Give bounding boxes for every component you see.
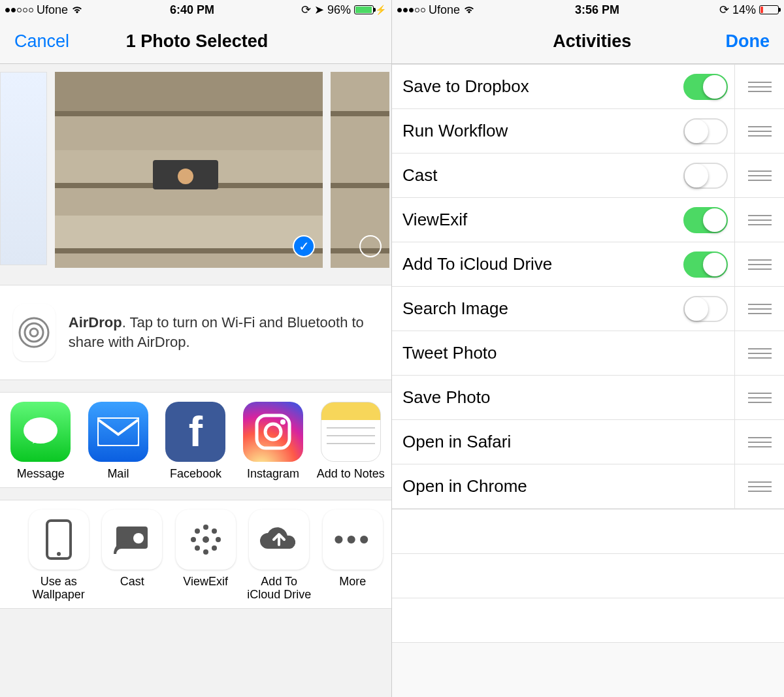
activity-row[interactable]: Save Photo [392,376,784,420]
carrier-label: Ufone [37,3,68,17]
activity-toggle[interactable] [683,74,728,100]
share-apps-row[interactable]: MessageMailfFacebookInstagramAdd to Note… [0,392,391,488]
cast-icon [102,510,162,570]
svg-point-24 [133,533,144,543]
action-label: ViewExif [183,575,228,589]
more-icon: ••• [323,510,383,570]
svg-rect-11 [331,183,389,188]
nav-bar-right: Activities Done [392,20,784,64]
activity-row[interactable]: ViewExif [392,198,784,242]
wallpaper-icon [29,510,89,570]
share-app-label: Message [17,467,65,481]
activity-row[interactable]: Tweet Photo [392,331,784,376]
svg-point-22 [57,552,61,556]
signal-dots [397,8,425,12]
share-app-instagram[interactable]: Instagram [239,402,308,481]
activity-name: Open in Safari [402,432,734,452]
drag-handle-icon[interactable] [734,464,784,508]
activity-toggle[interactable] [683,251,728,278]
mail-icon [88,402,148,462]
activity-row[interactable]: Open in Safari [392,420,784,464]
photo-strip[interactable]: ✓ [0,64,391,273]
svg-point-32 [195,545,200,551]
signal-dots [5,8,33,12]
svg-rect-2 [55,111,323,116]
facebook-icon: f [165,402,225,462]
svg-rect-6 [55,248,323,253]
notes-icon [321,402,381,462]
svg-point-26 [203,525,208,530]
unselected-check-icon [359,235,382,257]
share-app-message[interactable]: Message [7,402,75,481]
svg-point-28 [191,537,196,542]
activity-row[interactable]: Search Image [392,287,784,331]
status-time: 6:40 PM [170,3,214,17]
share-app-facebook[interactable]: fFacebook [161,402,230,481]
activity-name: Search Image [402,299,683,319]
selected-check-icon: ✓ [293,235,315,257]
icloud-icon [249,510,309,570]
share-app-label: Instagram [247,467,299,481]
share-app-notes[interactable]: Add to Notes [316,402,385,481]
drag-handle-icon[interactable] [734,65,784,108]
drag-handle-icon[interactable] [734,242,784,286]
action-wallpaper[interactable]: Use as Wallpaper [26,510,91,602]
battery-pct: 14% [732,3,756,17]
activity-row[interactable]: Open in Chrome [392,464,784,509]
share-app-label: Mail [107,467,129,481]
wifi-icon [463,5,475,14]
drag-handle-icon[interactable] [734,198,784,242]
battery-pct: 96% [327,3,351,17]
carrier-label: Ufone [429,3,460,17]
done-button[interactable]: Done [726,31,770,52]
orientation-lock-icon: ⟳ [301,3,311,17]
action-viewexif[interactable]: ViewExif [173,510,238,602]
action-label: Cast [120,575,144,589]
activity-name: Open in Chrome [402,476,734,496]
svg-rect-17 [97,417,139,446]
viewexif-icon [176,510,236,570]
action-cast[interactable]: Cast [100,510,165,602]
location-icon: ➤ [314,3,324,17]
svg-rect-5 [55,216,323,248]
activity-toggle[interactable] [683,118,728,144]
activity-row[interactable]: Cast [392,154,784,198]
activity-row[interactable]: Save to Dropbox [392,65,784,109]
drag-handle-icon[interactable] [734,287,784,331]
action-icloud[interactable]: Add To iCloud Drive [247,510,312,602]
action-label: Use as Wallpaper [26,575,91,602]
svg-point-33 [212,545,217,551]
activities-list: Save to DropboxRun WorkflowCastViewExifA… [392,64,784,509]
drag-handle-icon[interactable] [734,331,784,375]
svg-rect-1 [55,72,323,111]
battery-icon [354,5,374,14]
activities-blank [392,509,784,643]
photo-thumb-selected[interactable]: ✓ [55,72,323,265]
status-bar-left: Ufone 6:40 PM ⟳ ➤ 96% ⚡ [0,0,391,20]
activity-name: Run Workflow [402,121,683,141]
activity-row[interactable]: Run Workflow [392,109,784,154]
drag-handle-icon[interactable] [734,109,784,153]
activity-toggle[interactable] [683,296,728,322]
drag-handle-icon[interactable] [734,420,784,464]
photo-thumb-next[interactable] [331,72,389,265]
drag-handle-icon[interactable] [734,154,784,197]
activity-row[interactable]: Add To iCloud Drive [392,242,784,287]
activities-screen: Ufone 3:56 PM ⟳ 14% Activities Done Save… [392,0,784,697]
activity-toggle[interactable] [683,207,728,233]
svg-point-19 [265,424,281,440]
drag-handle-icon[interactable] [734,376,784,419]
activity-name: ViewExif [402,210,683,230]
airdrop-section[interactable]: AirDrop. Tap to turn on Wi-Fi and Blueto… [0,285,391,380]
action-more[interactable]: •••More [320,510,385,602]
svg-point-20 [280,419,286,425]
share-app-mail[interactable]: Mail [84,402,153,481]
activity-toggle[interactable] [683,163,728,189]
nav-title-right: Activities [553,31,631,52]
nav-bar-left: Cancel 1 Photo Selected [0,20,391,64]
actions-row[interactable]: Use as WallpaperCastViewExifAdd To iClou… [0,500,391,609]
airdrop-icon [13,304,56,361]
cancel-button[interactable]: Cancel [14,31,69,52]
photo-thumb-prev[interactable] [0,72,47,265]
activity-name: Save to Dropbox [402,76,683,97]
